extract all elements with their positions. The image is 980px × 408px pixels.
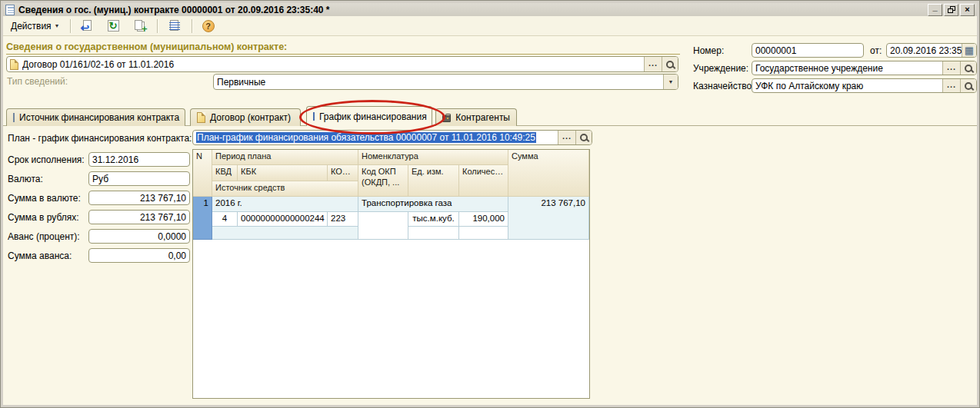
briefcase-icon [442,115,451,122]
group-title-underline [6,54,680,55]
col-header-nomenclature[interactable]: Номенклатура [358,150,508,165]
document-report-button[interactable] [163,17,186,35]
table-header: N Период плана Номенклатура Сумма КВД КБ… [193,150,589,197]
plan-ellipsis-button[interactable]: ... [558,130,575,145]
row-kvd-cell[interactable]: 4 [212,212,238,227]
institution-ellipsis-button[interactable]: ... [942,61,960,75]
row-nomenclature-cell[interactable]: Транспортировка газа [358,197,508,212]
finance-schedule-table[interactable]: N Период плана Номенклатура Сумма КВД КБ… [192,149,590,399]
type-combobox[interactable]: Первичные ▼ [213,74,678,90]
copy-document-icon: + [133,19,147,33]
restore-button[interactable] [944,4,958,16]
search-icon [964,81,973,91]
chevron-down-icon: ▼ [55,23,60,28]
type-dropdown-button[interactable]: ▼ [663,75,678,89]
number-field[interactable]: 00000001 [752,43,864,58]
copy-document-button[interactable]: + [128,17,152,35]
institution-field[interactable]: Государственное учреждение ... [752,61,977,75]
col-header-kosgu[interactable]: КОС... [328,165,358,181]
search-icon [665,60,675,69]
row-unit-cell[interactable]: тыс.м.куб. [408,212,459,227]
advance-sum-label: Сумма аванса: [8,250,72,261]
col-header-kbk[interactable]: КБК [238,165,328,181]
row-kosgu-cell[interactable]: 223 [328,212,358,227]
plan-search-button[interactable] [575,131,592,144]
col-header-okp[interactable]: Код ОКП (ОКДП, ... [358,165,408,197]
advance-pct-field[interactable]: 0,0000 [88,229,190,244]
tab-contract[interactable]: Договор (контракт) [190,108,301,126]
type-value: Первичные [217,77,663,88]
calendar-button[interactable]: ▦ [962,44,976,57]
col-header-period[interactable]: Период плана [212,150,358,165]
help-icon: ? [202,20,215,32]
search-icon [579,133,588,142]
row-period-cell[interactable]: 2016 г. [212,197,358,212]
tab-counterparties[interactable]: Контрагенты [435,108,517,126]
term-field[interactable]: 31.12.2016 [88,152,190,167]
table-icon [313,112,315,121]
currency-value: Руб [92,174,108,184]
row-number-cell[interactable]: 1 [193,197,212,240]
restore-icon [948,6,955,13]
refresh-button[interactable]: ↻ [102,17,125,35]
treasury-field[interactable]: УФК по Алтайскому краю ... [752,78,977,93]
row-empty-cell[interactable] [408,227,459,240]
tab-funding-source[interactable]: Источник финансирования контракта [6,108,185,126]
close-button[interactable]: × [960,4,975,16]
treasury-label: Казначейство: [693,81,754,91]
tab-finance-schedule[interactable]: График финансирования [306,106,432,126]
plan-schedule-field[interactable]: План-график финансирования обязательства… [192,130,592,145]
col-header-unit[interactable]: Ед. изм. [408,165,459,197]
treasury-ellipsis-button[interactable]: ... [942,78,960,93]
contract-value: Договор 01/161/02-16 от 11.01.2016 [22,59,644,70]
treasury-search-button[interactable] [960,79,976,92]
plan-schedule-value: План-график финансирования обязательства… [196,132,536,143]
row-qty-cell[interactable]: 190,000 [459,212,508,227]
actions-menu-button[interactable]: Действия ▼ [6,17,65,35]
col-header-qty[interactable]: Количест... [459,165,508,197]
amount-rub-value: 213 767,10 [140,212,186,223]
contract-field[interactable]: Договор 01/161/02-16 от 11.01.2016 ... [6,56,678,72]
row-kbk-cell[interactable]: 00000000000000244 [238,212,328,227]
titlebar[interactable]: Сведения о гос. (муниц.) контракте 00000… [3,3,977,16]
window-controls: _ × [928,4,975,16]
col-header-kvd[interactable]: КВД [212,165,238,181]
amount-currency-label: Сумма в валюте: [8,193,81,204]
advance-sum-field[interactable]: 0,00 [88,248,190,263]
help-button[interactable]: ? [198,17,219,35]
tab-label: График финансирования [319,111,427,122]
toolbar-separator [157,19,158,33]
document-icon [10,59,18,70]
document-report-icon [168,19,182,33]
row-sum-cell[interactable]: 213 767,10 [508,197,589,240]
institution-value: Государственное учреждение [755,63,942,74]
term-value: 31.12.2016 [92,154,138,165]
contract-ellipsis-button[interactable]: ... [644,56,662,72]
group-title: Сведения о государственном (муниципально… [6,41,287,52]
tab-label: Договор (контракт) [210,112,291,123]
minimize-button[interactable]: _ [928,4,942,16]
col-header-sum[interactable]: Сумма [508,150,589,197]
post-document-icon: ↩ [81,19,95,33]
row-source-cell[interactable] [212,227,358,240]
treasury-value: УФК по Алтайскому краю [755,81,942,91]
amount-currency-field[interactable]: 213 767,10 [88,191,190,205]
contract-search-button[interactable] [662,57,678,71]
col-header-source[interactable]: Источник средств [212,181,358,197]
actions-label: Действия [11,21,52,32]
amount-currency-value: 213 767,10 [140,193,186,204]
close-icon: × [965,5,969,14]
col-header-n[interactable]: N [193,150,212,197]
institution-search-button[interactable] [960,61,976,75]
row-empty-cell[interactable] [459,227,508,240]
row-okp-cell[interactable] [358,212,408,240]
toolbar-separator [192,19,192,33]
advance-sum-value: 0,00 [168,250,186,261]
table-body: 1 2016 г. Транспортировка газа 213 767,1… [193,197,589,240]
date-field[interactable]: 20.09.2016 23:35:40 ▦ [886,43,977,58]
post-document-button[interactable]: ↩ [76,17,99,35]
currency-field[interactable]: Руб [88,171,190,186]
window-title: Сведения о гос. (муниц.) контракте 00000… [18,5,329,15]
amount-rub-field[interactable]: 213 767,10 [88,210,190,224]
amount-rub-label: Сумма в рублях: [8,212,79,223]
